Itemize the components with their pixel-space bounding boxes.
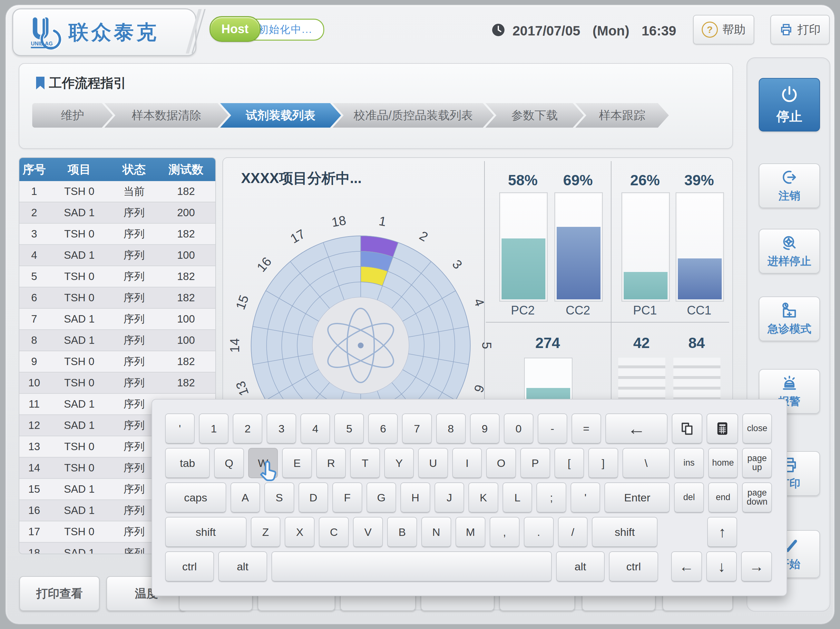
workflow-step[interactable]: 参数下载 [485,103,584,128]
key-del[interactable]: del [674,482,704,513]
key-backspace[interactable]: ← [605,413,668,444]
onscreen-keyboard: '1234567890-=←closetabQWERTYUIOP[]\insho… [152,399,787,596]
key-ctrl[interactable]: ctrl [609,551,658,582]
key-1[interactable]: 1 [199,413,229,444]
key-d[interactable]: D [298,482,328,513]
table-row[interactable]: 4SAD 1序列100 [19,245,215,266]
key-4[interactable]: 4 [300,413,330,444]
key-e[interactable]: E [282,448,312,478]
key--[interactable]: \ [622,448,670,478]
key-a[interactable]: A [231,482,261,513]
sidebar-button-sampler-stop[interactable]: 进样停止 [759,229,820,274]
key-tab[interactable]: tab [165,448,210,478]
key-alt[interactable]: alt [556,551,605,582]
key--[interactable]: [ [554,448,584,478]
key-7[interactable]: 7 [402,413,432,444]
key-v[interactable]: V [353,517,383,547]
key-shift[interactable]: shift [165,517,246,547]
key-r[interactable]: R [316,448,346,478]
key-c[interactable]: C [319,517,349,547]
table-row[interactable]: 6TSH 0序列182 [19,287,215,309]
key-arrow-left[interactable]: ← [671,551,702,582]
sidebar-button-power[interactable]: 停止 [759,78,820,131]
key-b[interactable]: B [387,517,417,547]
key-y[interactable]: Y [384,448,414,478]
key-m[interactable]: M [455,517,485,547]
key-g[interactable]: G [366,482,396,513]
key-arrow-down[interactable]: ↓ [706,551,737,582]
table-cell: 182 [159,292,213,304]
key-q[interactable]: Q [214,448,244,478]
key-l[interactable]: L [502,482,532,513]
key-j[interactable]: J [434,482,464,513]
table-cell: SAD 1 [49,249,110,261]
sidebar-button-emergency[interactable]: 急诊模式 [759,296,820,341]
key-f[interactable]: F [332,482,362,513]
key-ins[interactable]: ins [674,448,704,478]
workflow-step[interactable]: 样本跟踪 [575,103,669,128]
table-row[interactable]: 3TSH 0序列182 [19,224,215,245]
help-button[interactable]: ? 帮助 [693,15,754,44]
key-p[interactable]: P [520,448,550,478]
sidebar-button-logout[interactable]: 注销 [759,163,820,208]
key-h[interactable]: H [400,482,430,513]
key-space[interactable] [272,551,552,582]
key-page-up[interactable]: page up [742,448,772,478]
workflow-step[interactable]: 样本数据清除 [104,103,229,128]
key-2[interactable]: 2 [233,413,262,444]
key-caps[interactable]: caps [165,482,226,513]
key--[interactable]: ; [536,482,566,513]
key-end[interactable]: end [708,482,738,513]
table-row[interactable]: 9TSH 0序列182 [19,351,215,372]
key-i[interactable]: I [452,448,482,478]
key-close[interactable]: close [742,413,772,444]
key--[interactable]: . [524,517,554,547]
table-row[interactable]: 5TSH 0序列182 [19,266,215,287]
key-enter[interactable]: Enter [605,482,670,513]
key-6[interactable]: 6 [368,413,398,444]
key--[interactable]: = [572,413,601,444]
key-x[interactable]: X [284,517,314,547]
key-alt[interactable]: alt [218,551,267,582]
print-view-button[interactable]: 打印查看 [19,576,99,611]
key--[interactable]: / [558,517,588,547]
counter-value: 274 [522,334,573,352]
key-k[interactable]: K [468,482,498,513]
key-5[interactable]: 5 [334,413,364,444]
key-o[interactable]: O [486,448,516,478]
key-arrow-up[interactable]: ↑ [707,517,737,547]
table-cell: 11 [19,398,49,410]
table-row[interactable]: 7SAD 1序列100 [19,309,215,330]
key-page-down[interactable]: page down [742,482,772,513]
key-t[interactable]: T [350,448,380,478]
alarm-icon [781,374,798,391]
key-9[interactable]: 9 [470,413,500,444]
key-u[interactable]: U [418,448,448,478]
key-windows-switch[interactable] [672,413,703,444]
table-row[interactable]: 8SAD 1序列100 [19,330,215,351]
workflow-step[interactable]: 校准品/质控品装载列表 [333,103,494,128]
key-w[interactable]: W [248,448,278,478]
print-button[interactable]: 打印 [771,15,830,44]
key--[interactable]: - [538,413,567,444]
workflow-step[interactable]: 维护 [32,103,113,128]
workflow-step[interactable]: 试剂装载列表 [220,103,341,128]
table-row[interactable]: 10TSH 0序列182 [19,372,215,394]
key-arrow-right[interactable]: → [741,551,772,582]
key-home[interactable]: home [708,448,738,478]
key-calculator[interactable] [707,413,738,444]
key-8[interactable]: 8 [436,413,466,444]
key--[interactable]: ] [588,448,618,478]
table-row[interactable]: 1TSH 0当前182 [19,181,215,202]
key-z[interactable]: Z [251,517,281,547]
key--[interactable]: , [489,517,519,547]
key-3[interactable]: 3 [267,413,296,444]
key--[interactable]: ' [570,482,600,513]
key-s[interactable]: S [264,482,294,513]
key--[interactable]: ' [165,413,195,444]
table-row[interactable]: 2SAD 1序列200 [19,202,215,224]
key-0[interactable]: 0 [504,413,534,444]
key-shift[interactable]: shift [592,517,658,547]
key-ctrl[interactable]: ctrl [165,551,214,582]
key-n[interactable]: N [421,517,451,547]
